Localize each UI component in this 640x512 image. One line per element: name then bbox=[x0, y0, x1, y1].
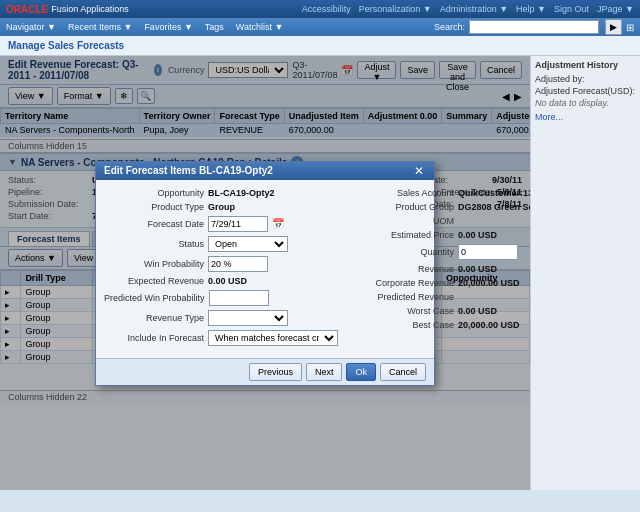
personalization-link[interactable]: Personalization ▼ bbox=[359, 4, 432, 14]
opportunity-field-value: BL-CA19-Opty2 bbox=[208, 188, 275, 198]
worst-case-value: 0.00 USD bbox=[458, 306, 497, 316]
estimated-price-value: 0.00 USD bbox=[458, 230, 497, 240]
adj-panel-no-data: No data to display. bbox=[535, 98, 636, 108]
adjusted-forecast-label: Adjusted Forecast(USD): bbox=[535, 86, 635, 96]
predicted-win-input[interactable] bbox=[209, 290, 269, 306]
accessibility-link[interactable]: Accessibility bbox=[302, 4, 351, 14]
modal-footer: Previous Next Ok Cancel bbox=[96, 358, 434, 385]
forecast-date-calendar-icon[interactable]: 📅 bbox=[272, 218, 284, 229]
corporate-revenue-label: Corporate Revenue bbox=[354, 278, 454, 288]
forecast-date-input[interactable] bbox=[208, 216, 268, 232]
best-case-label: Best Case bbox=[354, 320, 454, 330]
quantity-label: Quantity bbox=[354, 247, 454, 257]
adj-panel-title: Adjustment History bbox=[535, 60, 636, 70]
administration-link[interactable]: Administration ▼ bbox=[440, 4, 508, 14]
opportunity-field-label: Opportunity bbox=[104, 188, 204, 198]
include-label: Include In Forecast bbox=[104, 333, 204, 343]
predicted-revenue-label: Predicted Revenue bbox=[354, 292, 454, 302]
signout-link[interactable]: Sign Out bbox=[554, 4, 589, 14]
forecast-date-label: Forecast Date bbox=[104, 219, 204, 229]
modal-close-button[interactable]: ✕ bbox=[412, 165, 426, 177]
tags-menu[interactable]: Tags bbox=[205, 22, 224, 32]
status-field-label: Status bbox=[104, 239, 204, 249]
help-link[interactable]: Help ▼ bbox=[516, 4, 546, 14]
main-layout: Edit Revenue Forecast: Q3-2011 - 2011/07… bbox=[0, 56, 640, 490]
nav-bar: Navigator ▼ Recent Items ▼ Favorites ▼ T… bbox=[0, 18, 640, 36]
sales-account-label: Sales Account bbox=[354, 188, 454, 198]
revenue-type-select[interactable] bbox=[208, 310, 288, 326]
corporate-revenue-value: 20,000.00 USD bbox=[458, 278, 520, 288]
estimated-price-label: Estimated Price bbox=[354, 230, 454, 240]
best-case-value: 20,000.00 USD bbox=[458, 320, 520, 330]
product-group-value: DG2808 Green Servers bbox=[458, 202, 530, 212]
worst-case-label: Worst Case bbox=[354, 306, 454, 316]
revenue-type-label: Revenue Type bbox=[104, 313, 204, 323]
oracle-logo: ORACLE bbox=[6, 4, 48, 15]
watchlist-menu[interactable]: Watchlist ▼ bbox=[236, 22, 284, 32]
product-type-field-value: Group bbox=[208, 202, 235, 212]
include-select[interactable]: When matches forecast criteria bbox=[208, 330, 338, 346]
recent-items-menu[interactable]: Recent Items ▼ bbox=[68, 22, 132, 32]
revenue-label: Revenue bbox=[354, 264, 454, 274]
adjustment-history-panel: Adjustment History Adjusted by: Adjusted… bbox=[530, 56, 640, 490]
modal-body: Opportunity BL-CA19-Opty2 Product Type G… bbox=[96, 180, 434, 358]
uom-label: UOM bbox=[354, 216, 454, 226]
adjusted-by-label: Adjusted by: bbox=[535, 74, 585, 84]
page-title: Manage Sales Forecasts bbox=[8, 40, 124, 51]
previous-button[interactable]: Previous bbox=[249, 363, 302, 381]
search-button[interactable]: ▶ bbox=[605, 19, 622, 35]
app-name: Fusion Applications bbox=[51, 4, 129, 14]
expected-revenue-label: Expected Revenue bbox=[104, 276, 204, 286]
search-label: Search: bbox=[434, 22, 465, 32]
page-title-bar: Manage Sales Forecasts bbox=[0, 36, 640, 56]
sales-account-value: QuikCustomer:13120:11521 bbox=[458, 188, 530, 198]
advanced-search-icon[interactable]: ⊞ bbox=[626, 22, 634, 33]
next-button[interactable]: Next bbox=[306, 363, 343, 381]
search-input[interactable] bbox=[469, 20, 599, 34]
product-group-label: Product Group bbox=[354, 202, 454, 212]
edit-forecast-modal: Edit Forecast Items BL-CA19-Opty2 ✕ Oppo… bbox=[95, 161, 435, 386]
revenue-value: 0.00 USD bbox=[458, 264, 497, 274]
navigator-menu[interactable]: Navigator ▼ bbox=[6, 22, 56, 32]
user-link[interactable]: JPage ▼ bbox=[597, 4, 634, 14]
quantity-input[interactable] bbox=[458, 244, 518, 260]
cancel-modal-button[interactable]: Cancel bbox=[380, 363, 426, 381]
win-prob-input[interactable] bbox=[208, 256, 268, 272]
adj-more-link[interactable]: More... bbox=[535, 112, 636, 122]
win-prob-label: Win Probability bbox=[104, 259, 204, 269]
modal-overlay: Edit Forecast Items BL-CA19-Opty2 ✕ Oppo… bbox=[0, 56, 530, 490]
modal-title: Edit Forecast Items BL-CA19-Opty2 bbox=[104, 165, 273, 176]
expected-revenue-value: 0.00 USD bbox=[208, 276, 247, 286]
status-select[interactable]: Open bbox=[208, 236, 288, 252]
ok-button[interactable]: Ok bbox=[346, 363, 376, 381]
top-bar: ORACLE Fusion Applications Accessibility… bbox=[0, 0, 640, 18]
favorites-menu[interactable]: Favorites ▼ bbox=[144, 22, 192, 32]
content-area: Edit Revenue Forecast: Q3-2011 - 2011/07… bbox=[0, 56, 530, 490]
modal-titlebar: Edit Forecast Items BL-CA19-Opty2 ✕ bbox=[96, 162, 434, 180]
product-type-field-label: Product Type bbox=[104, 202, 204, 212]
predicted-win-label: Predicted Win Probability bbox=[104, 293, 205, 303]
